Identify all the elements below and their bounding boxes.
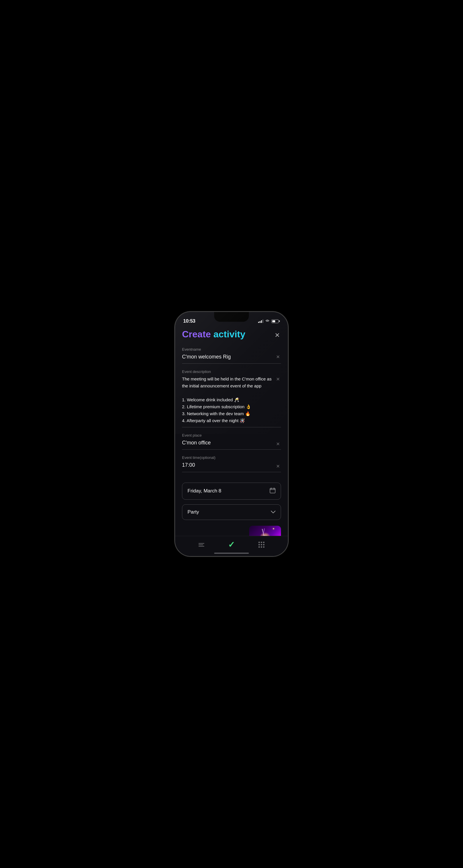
home-indicator [214,553,249,554]
wifi-icon [265,319,270,323]
signal-icon [258,319,263,323]
date-text: Friday, March 8 [187,488,221,494]
description-list-item-2: 2. Lifetime premium subscription 👌 [182,404,251,409]
notch [214,312,249,322]
time-label: Event time(optional) [182,456,281,460]
page-header: Create activity ✕ [182,329,281,340]
eventname-field: Eventname C'mon welcomes Rig ✕ [182,347,281,364]
place-label: Event place [182,433,281,437]
party-scene-bg: ✦ [249,526,281,536]
title-activity: activity [214,329,245,339]
nav-list-button[interactable] [194,541,209,549]
description-main-text: The meeting will be held in the C'mon of… [182,376,272,388]
description-value[interactable]: The meeting will be held in the C'mon of… [182,376,281,424]
svg-rect-0 [270,488,275,493]
list-line-2 [198,545,203,545]
list-line-3 [198,546,204,547]
time-divider [182,472,281,472]
party-sparkles: ✦ [272,527,275,530]
calendar-icon [270,488,276,495]
category-text: Party [187,509,199,515]
eventname-label: Eventname [182,347,281,351]
content-area: Create activity ✕ Eventname C'mon welcom… [175,327,288,536]
nav-grid-button[interactable] [254,539,269,550]
description-clear-button[interactable]: ✕ [275,375,281,383]
phone-frame: 10:53 [175,312,288,556]
chevron-down-icon [271,509,276,515]
list-icon [198,543,204,547]
time-field: Event time(optional) 17:00 ✕ [182,456,281,472]
nav-confirm-button[interactable]: ✓ [223,537,239,552]
description-list-item-4: 4. Afterparty all over the night 🪅 [182,418,245,423]
date-picker-button[interactable]: Friday, March 8 [182,483,281,500]
category-row: Party [182,504,281,520]
spacer [182,478,281,483]
place-field: Event place C'mon office ✕ [182,433,281,450]
status-icons [258,319,280,323]
category-dropdown[interactable]: Party [182,504,281,520]
image-row: ✦ [182,526,281,536]
place-clear-button[interactable]: ✕ [275,440,281,448]
battery-icon [272,319,280,323]
title-create: Create [182,329,211,339]
date-picker-row: Friday, March 8 [182,483,281,500]
status-time: 10:53 [183,318,195,324]
description-field: Event description The meeting will be he… [182,370,281,427]
eventname-value[interactable]: C'mon welcomes Rig [182,353,281,361]
list-line-1 [198,543,204,544]
eventname-clear-button[interactable]: ✕ [275,353,281,361]
event-image[interactable]: ✦ [249,526,281,536]
description-divider [182,427,281,427]
description-list-item-3: 3. Networking with the dev team 🔥 [182,411,251,416]
time-value[interactable]: 17:00 [182,462,281,469]
close-button[interactable]: ✕ [274,331,281,340]
description-list-item-1: 1. Welcome drink included 🥂 [182,397,240,402]
place-value[interactable]: C'mon office [182,439,281,446]
time-clear-button[interactable]: ✕ [275,462,281,470]
checkmark-icon: ✓ [228,540,235,550]
phone-screen: 10:53 [175,312,288,556]
page-title: Create activity [182,329,245,339]
grid-icon [258,541,265,548]
description-label: Event description [182,370,281,374]
eventname-divider [182,363,281,364]
light-beams [262,529,267,536]
